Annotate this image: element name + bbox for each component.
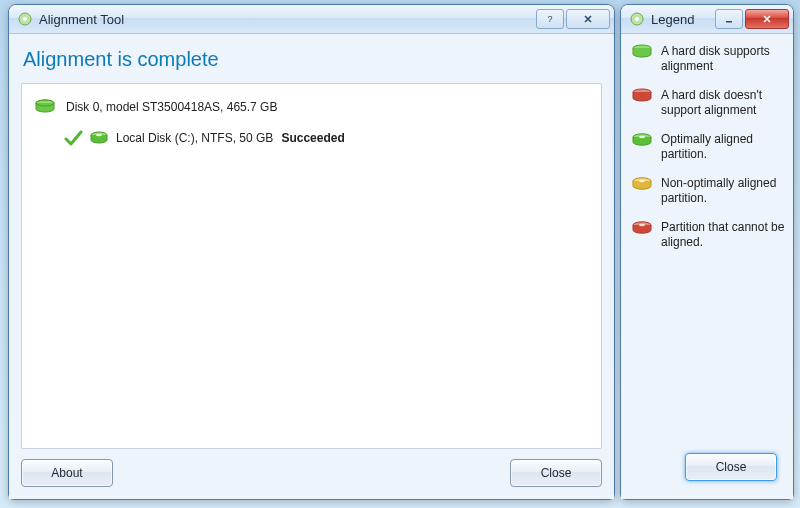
checkmark-icon <box>62 128 84 148</box>
svg-point-1 <box>23 17 27 21</box>
legend-close-button[interactable]: Close <box>685 453 777 481</box>
hard-disk-green-icon <box>629 44 655 60</box>
svg-text:?: ? <box>547 14 552 24</box>
page-heading: Alignment is complete <box>23 48 602 71</box>
legend-item-partition-cannot: Partition that cannot be aligned. <box>629 220 785 250</box>
partition-status: Succeeded <box>281 131 344 145</box>
svg-rect-9 <box>726 21 732 23</box>
help-button[interactable]: ? <box>536 9 564 29</box>
svg-point-17 <box>639 224 645 226</box>
legend-text: A hard disk supports alignment <box>661 44 785 74</box>
legend-item-partition-optimal: Optimally aligned partition. <box>629 132 785 162</box>
partition-red-icon <box>629 220 655 236</box>
window-title: Alignment Tool <box>39 12 534 27</box>
svg-point-8 <box>635 17 639 21</box>
disk-row: Disk 0, model ST3500418AS, 465.7 GB <box>34 98 591 116</box>
legend-app-icon <box>629 11 645 27</box>
window-close-button[interactable] <box>566 9 610 29</box>
about-button[interactable]: About <box>21 459 113 487</box>
legend-item-partition-nonoptimal: Non-optimally aligned partition. <box>629 176 785 206</box>
legend-window: Legend A hard disk supports alignment A … <box>620 4 794 500</box>
svg-point-15 <box>639 180 645 182</box>
legend-text: Partition that cannot be aligned. <box>661 220 785 250</box>
hard-disk-red-icon <box>629 88 655 104</box>
disk-label: Disk 0, model ST3500418AS, 465.7 GB <box>66 100 277 114</box>
button-row: About Close <box>21 459 602 487</box>
legend-text: Optimally aligned partition. <box>661 132 785 162</box>
legend-titlebar[interactable]: Legend <box>621 5 793 34</box>
legend-minimize-button[interactable] <box>715 9 743 29</box>
alignment-tool-window: Alignment Tool ? Alignment is complete D… <box>8 4 615 500</box>
legend-text: A hard disk doesn't support alignment <box>661 88 785 118</box>
titlebar[interactable]: Alignment Tool ? <box>9 5 614 34</box>
results-panel: Disk 0, model ST3500418AS, 465.7 GB Loca… <box>21 83 602 449</box>
main-body: Alignment is complete Disk 0, model ST35… <box>9 34 614 499</box>
legend-item-hdd-unsupported: A hard disk doesn't support alignment <box>629 88 785 118</box>
legend-footer: Close <box>629 445 785 489</box>
legend-text: Non-optimally aligned partition. <box>661 176 785 206</box>
close-button[interactable]: Close <box>510 459 602 487</box>
svg-point-6 <box>96 134 102 136</box>
hard-disk-green-icon <box>34 98 58 116</box>
svg-point-13 <box>639 136 645 138</box>
legend-body: A hard disk supports alignment A hard di… <box>621 34 793 499</box>
legend-window-close-button[interactable] <box>745 9 789 29</box>
partition-green-icon <box>88 131 110 145</box>
partition-row: Local Disk (C:), NTFS, 50 GB Succeeded <box>62 128 591 148</box>
partition-label: Local Disk (C:), NTFS, 50 GB <box>116 131 273 145</box>
legend-title: Legend <box>651 12 713 27</box>
partition-yellow-icon <box>629 176 655 192</box>
partition-green-icon <box>629 132 655 148</box>
app-icon <box>17 11 33 27</box>
legend-item-hdd-supported: A hard disk supports alignment <box>629 44 785 74</box>
